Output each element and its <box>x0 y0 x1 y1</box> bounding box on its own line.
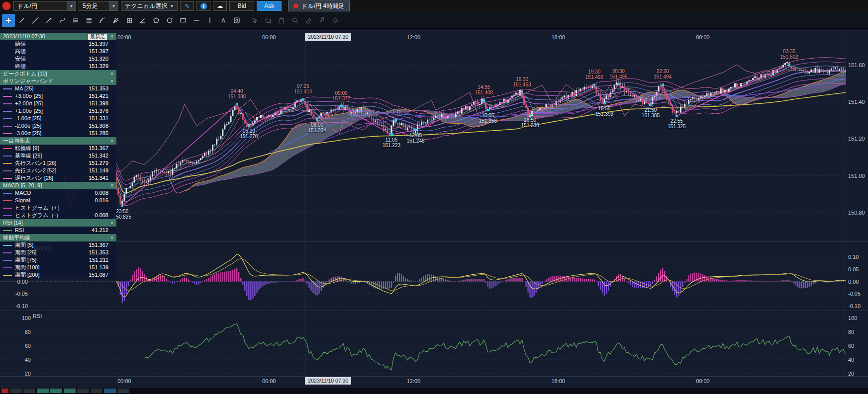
chevron-down-icon: ▼ <box>170 4 174 8</box>
line-swatch <box>3 156 12 157</box>
indicator-value: 151.353 <box>89 249 114 256</box>
angle-line-button[interactable] <box>136 14 149 27</box>
pair-select[interactable]: ドル/円 ▼ <box>13 1 76 11</box>
indicator-label: +2.00σ [25] <box>15 100 43 107</box>
horizontal-line-button[interactable] <box>190 14 203 27</box>
settings-tool-button[interactable] <box>315 14 328 27</box>
ellipse-tool-button[interactable] <box>163 14 176 27</box>
indicator-label: ヒストグラム（-） <box>15 212 61 219</box>
extended-line-button[interactable] <box>29 14 42 27</box>
indicator-group-title: 一目均衡表 <box>3 137 30 145</box>
add-button[interactable] <box>2 14 15 27</box>
indicator-value: 151.353 <box>89 85 114 92</box>
save-cloud-button[interactable]: ☁ <box>213 1 227 11</box>
paste-tool-button[interactable] <box>275 14 288 27</box>
ohlc-label: 終値 <box>15 63 26 70</box>
indicator-value: 151.367 <box>89 145 114 152</box>
latest-candle-badge[interactable]: 最新足 <box>88 34 107 40</box>
indicator-value: 151.211 <box>89 256 114 264</box>
eraser-tool-button[interactable] <box>302 14 315 27</box>
close-icon[interactable]: × <box>109 78 115 85</box>
indicator-row: MACD0.008 <box>0 189 116 197</box>
bottom-toolbar-button[interactable] <box>77 389 89 393</box>
line-swatch <box>3 178 12 179</box>
chart-tab-usdjpy-4h[interactable]: ドル/円 4時間足 <box>288 0 350 11</box>
vertical-line-button[interactable] <box>203 14 216 27</box>
bid-toggle-button[interactable]: Bid <box>229 1 254 11</box>
indicator-value: 151.139 <box>89 264 114 271</box>
ask-toggle-button[interactable]: Ask <box>257 1 282 11</box>
ray-line-button[interactable] <box>42 14 55 27</box>
magnifier-tool-button[interactable] <box>289 14 301 27</box>
close-icon[interactable]: × <box>109 33 115 40</box>
bottom-toolbar-button[interactable] <box>64 389 76 393</box>
top-bar: ドル/円 ▼ 5分足 ▼ テクニカル選択 ▼ ✎ i ☁ Bid Ask ドル/… <box>0 0 868 12</box>
trend-line-button[interactable] <box>15 14 28 27</box>
tag-tool-button[interactable] <box>329 14 342 27</box>
chevron-down-icon[interactable]: ▼ <box>109 1 118 10</box>
cursor-time-label-top: 2023/11/10 07:30 <box>305 33 351 41</box>
pentagon-tool-button[interactable] <box>150 14 163 27</box>
bottom-toolbar-button[interactable] <box>1 389 8 393</box>
rectangle-tool-button[interactable] <box>177 14 190 27</box>
indicator-label: Signal <box>15 197 30 204</box>
close-icon[interactable]: × <box>109 137 115 145</box>
indicator-label: 期間 [75] <box>15 256 36 264</box>
indicator-group-header: RSI [14]× <box>0 219 116 227</box>
ohlc-row: 安値151.320 <box>0 55 116 63</box>
indicator-label: ヒストグラム（+） <box>15 204 63 212</box>
pencil-icon: ✎ <box>185 2 190 10</box>
bottom-toolbar-button[interactable] <box>117 389 129 393</box>
fibonacci-grid-button[interactable] <box>123 14 136 27</box>
close-icon[interactable]: × <box>109 70 115 78</box>
line-swatch <box>3 215 12 216</box>
icon-stamp-button[interactable] <box>230 14 243 27</box>
bottom-toolbar <box>0 388 868 394</box>
indicator-value: 151.308 <box>89 122 114 130</box>
timeframe-select[interactable]: 5分足 ▼ <box>79 1 118 11</box>
indicator-row: 期間 [5]151.367 <box>0 241 116 249</box>
fibonacci-arc-button[interactable] <box>96 14 109 27</box>
info-button[interactable]: i <box>196 1 210 11</box>
technical-select-button[interactable]: テクニカル選択 ▼ <box>121 1 178 11</box>
text-tool-button[interactable]: A <box>217 14 230 27</box>
bottom-toolbar-button[interactable] <box>91 389 102 393</box>
bottom-toolbar-button[interactable] <box>37 389 49 393</box>
indicator-legend-panel: 2023/11/10 07:30最新足×始値151.397高値151.397安値… <box>0 33 116 279</box>
cloud-icon: ☁ <box>217 2 223 9</box>
freehand-pencil-button[interactable] <box>56 14 69 27</box>
line-swatch <box>3 111 12 112</box>
bottom-toolbar-button[interactable] <box>23 389 35 393</box>
ohlc-row: 終値151.329 <box>0 63 116 70</box>
close-icon[interactable]: × <box>109 219 115 227</box>
ohlc-value: 151.397 <box>89 48 114 55</box>
indicator-label: 基準線 [26] <box>15 152 42 159</box>
indicator-row: -1.00σ [25]151.331 <box>0 115 116 122</box>
close-icon[interactable]: × <box>109 234 115 241</box>
indicator-group-title: ボリンジャーバンド <box>3 78 53 85</box>
indicator-value: 151.285 <box>89 130 114 137</box>
indicator-row: 期間 [200]151.087 <box>0 271 116 279</box>
copy-tool-button[interactable] <box>262 14 275 27</box>
bottom-toolbar-button[interactable] <box>104 389 116 393</box>
ohlc-label: 始値 <box>15 40 26 48</box>
indicator-label: -1.00σ [25] <box>15 115 41 122</box>
horizontal-lines-4-button[interactable] <box>83 14 96 27</box>
line-swatch <box>3 200 12 201</box>
horizontal-lines-3-button[interactable] <box>69 14 82 27</box>
indicator-group-header: MACD [5, 20, 9]× <box>0 182 116 189</box>
gann-fan-button[interactable] <box>109 14 122 27</box>
select-tool-button[interactable] <box>248 14 261 27</box>
indicator-label: 先行スパン2 [52] <box>15 167 56 174</box>
indicator-group-title: RSI [14] <box>3 219 23 227</box>
draw-pencil-button[interactable]: ✎ <box>180 1 194 11</box>
chevron-down-icon[interactable]: ▼ <box>67 1 76 10</box>
indicator-row: ヒストグラム（+） <box>0 204 116 212</box>
close-icon[interactable]: × <box>109 182 115 189</box>
indicator-row: ヒストグラム（-）-0.008 <box>0 212 116 219</box>
bottom-toolbar-button[interactable] <box>50 389 62 393</box>
bottom-toolbar-button[interactable] <box>10 389 22 393</box>
indicator-label: MACD <box>15 189 31 197</box>
line-swatch <box>3 133 12 134</box>
chart-canvas[interactable] <box>0 0 868 394</box>
